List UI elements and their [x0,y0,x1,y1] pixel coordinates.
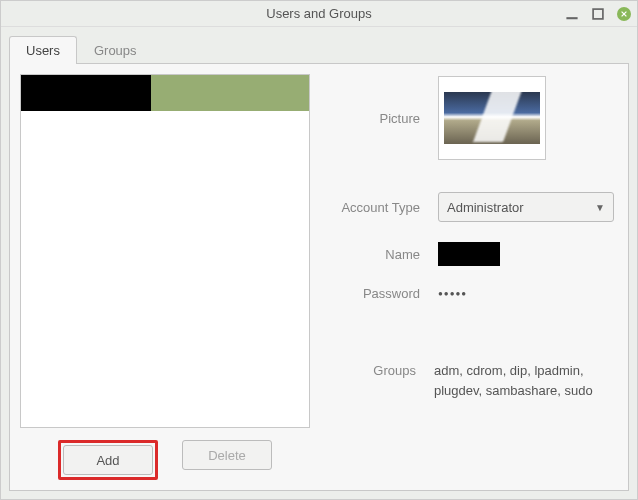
content-area: Users Groups Add [1,27,637,499]
window-controls [565,1,631,27]
tab-users[interactable]: Users [9,36,77,64]
name-value-redacted[interactable] [438,242,500,266]
users-panel: Add Delete Picture Accou [9,63,629,491]
account-type-label: Account Type [330,200,438,215]
chevron-down-icon: ▼ [595,202,605,213]
user-row-selected[interactable] [21,75,309,111]
details-column: Picture Account Type Administrator ▼ Nam… [330,74,618,480]
minimize-button[interactable] [565,7,579,21]
picture-label: Picture [330,111,438,126]
window-title: Users and Groups [1,6,637,21]
account-type-select[interactable]: Administrator ▼ [438,192,614,222]
tab-groups[interactable]: Groups [77,36,154,64]
svg-rect-1 [593,9,603,19]
groups-field: Groups adm, cdrom, dip, lpadmin, plugdev… [330,361,614,400]
maximize-button[interactable] [591,7,605,21]
account-type-value: Administrator [447,200,524,215]
add-button[interactable]: Add [63,445,153,475]
tab-groups-label: Groups [94,43,137,58]
groups-value[interactable]: adm, cdrom, dip, lpadmin, plugdev, samba… [434,361,614,400]
add-button-label: Add [96,453,119,468]
name-field: Name [330,242,614,266]
list-buttons: Add Delete [20,440,310,480]
tab-users-label: Users [26,43,60,58]
delete-button-label: Delete [208,448,246,463]
user-row-redacted [21,75,151,111]
user-picture [444,92,540,144]
delete-button[interactable]: Delete [182,440,272,470]
groups-label: Groups [330,363,434,378]
add-button-highlight: Add [58,440,158,480]
password-value[interactable]: ●●●●● [438,289,467,298]
tab-bar: Users Groups [9,36,629,64]
password-label: Password [330,286,438,301]
account-type-field: Account Type Administrator ▼ [330,192,614,222]
picture-field: Picture [330,76,614,160]
password-field: Password ●●●●● [330,286,614,301]
picture-button[interactable] [438,76,546,160]
left-column: Add Delete [20,74,310,480]
user-list[interactable] [20,74,310,428]
close-button[interactable] [617,7,631,21]
users-and-groups-window: Users and Groups Users Groups [0,0,638,500]
titlebar: Users and Groups [1,1,637,27]
name-label: Name [330,247,438,262]
